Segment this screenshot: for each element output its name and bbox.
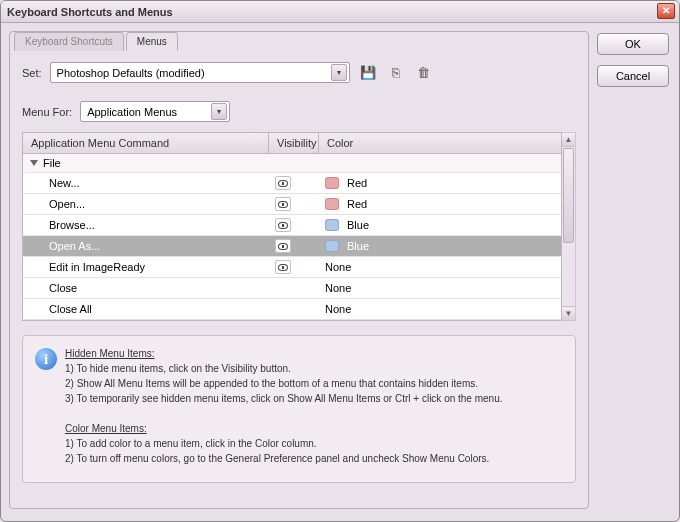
tab-label: Menus: [137, 36, 167, 47]
chevron-down-icon: ▾: [331, 64, 347, 81]
set-label: Set:: [22, 67, 42, 79]
visibility-eye-icon[interactable]: [275, 218, 291, 232]
cell-visibility[interactable]: [269, 176, 319, 190]
scroll-up-icon[interactable]: ▲: [562, 133, 575, 147]
cell-command: Open As...: [23, 240, 269, 252]
group-row-file[interactable]: File: [23, 154, 561, 173]
cell-command: New...: [23, 177, 269, 189]
cancel-button[interactable]: Cancel: [597, 65, 669, 87]
col-header-command[interactable]: Application Menu Command: [23, 133, 269, 153]
color-swatch-icon: [325, 219, 339, 231]
table-row[interactable]: Edit in ImageReadyNone: [23, 257, 561, 278]
color-name: Red: [347, 177, 367, 189]
disclosure-triangle-icon: [29, 158, 39, 168]
set-row: Set: Photoshop Defaults (modified) ▾ 💾 ⎘…: [22, 62, 576, 83]
info-line: 1) To hide menu items, click on the Visi…: [65, 361, 563, 376]
table-row[interactable]: New...Red: [23, 173, 561, 194]
cell-command: Close: [23, 282, 269, 294]
scroll-thumb[interactable]: [563, 148, 574, 243]
hidden-items-heading: Hidden Menu Items:: [65, 346, 563, 361]
delete-set-icon[interactable]: 🗑: [414, 63, 434, 83]
visibility-eye-icon[interactable]: [275, 176, 291, 190]
tab-content: Set: Photoshop Defaults (modified) ▾ 💾 ⎘…: [10, 52, 588, 508]
cell-color[interactable]: Blue: [319, 219, 561, 231]
color-swatch-icon: [325, 198, 339, 210]
color-name: Blue: [347, 240, 369, 252]
color-name: None: [325, 303, 351, 315]
svg-marker-0: [30, 160, 38, 166]
vertical-scrollbar[interactable]: ▲ ▼: [562, 132, 576, 321]
table-row[interactable]: Close AllNone: [23, 299, 561, 320]
main-panel: Keyboard Shortcuts Menus Set: Photoshop …: [9, 31, 589, 509]
tabstrip: Keyboard Shortcuts Menus: [14, 31, 178, 50]
info-line: 3) To temporarily see hidden menu items,…: [65, 391, 563, 406]
menu-for-label: Menu For:: [22, 106, 72, 118]
ok-button[interactable]: OK: [597, 33, 669, 55]
set-value: Photoshop Defaults (modified): [57, 67, 205, 79]
cell-visibility[interactable]: [269, 260, 319, 274]
cell-visibility[interactable]: [269, 218, 319, 232]
cell-color[interactable]: Red: [319, 198, 561, 210]
cell-command: Edit in ImageReady: [23, 261, 269, 273]
titlebar: Keyboard Shortcuts and Menus ✕: [1, 1, 679, 23]
cell-color[interactable]: Blue: [319, 240, 561, 252]
tab-keyboard-shortcuts[interactable]: Keyboard Shortcuts: [14, 32, 124, 51]
cell-color[interactable]: None: [319, 303, 561, 315]
cell-command: Open...: [23, 198, 269, 210]
dialog-window: Keyboard Shortcuts and Menus ✕ OK Cancel…: [0, 0, 680, 522]
color-swatch-icon: [325, 240, 339, 252]
color-items-heading: Color Menu Items:: [65, 421, 563, 436]
chevron-down-icon: ▾: [211, 103, 227, 120]
save-set-icon[interactable]: 💾: [358, 63, 378, 83]
tab-menus[interactable]: Menus: [126, 32, 178, 51]
cell-color[interactable]: None: [319, 282, 561, 294]
color-name: Red: [347, 198, 367, 210]
table-row[interactable]: Open As...Blue: [23, 236, 561, 257]
menu-for-select[interactable]: Application Menus ▾: [80, 101, 230, 122]
cell-command: Browse...: [23, 219, 269, 231]
cell-visibility[interactable]: [269, 239, 319, 253]
menu-for-row: Menu For: Application Menus ▾: [22, 101, 576, 122]
table-row[interactable]: CloseNone: [23, 278, 561, 299]
save-set-as-icon[interactable]: ⎘: [386, 63, 406, 83]
dialog-buttons: OK Cancel: [597, 33, 669, 87]
cancel-label: Cancel: [616, 70, 650, 82]
info-line: 2) Show All Menu Items will be appended …: [65, 376, 563, 391]
cell-color[interactable]: Red: [319, 177, 561, 189]
cell-color[interactable]: None: [319, 261, 561, 273]
scroll-track[interactable]: [562, 147, 575, 306]
color-name: None: [325, 282, 351, 294]
tab-label: Keyboard Shortcuts: [25, 36, 113, 47]
info-text: Hidden Menu Items: 1) To hide menu items…: [65, 346, 563, 466]
cell-visibility[interactable]: [269, 197, 319, 211]
grid-body: File New...RedOpen...RedBrowse...BlueOpe…: [22, 154, 562, 321]
table-row[interactable]: Browse...Blue: [23, 215, 561, 236]
visibility-eye-icon[interactable]: [275, 197, 291, 211]
cell-command: Close All: [23, 303, 269, 315]
menu-for-value: Application Menus: [87, 106, 177, 118]
grid-header: Application Menu Command Visibility Colo…: [22, 132, 562, 154]
dialog-title: Keyboard Shortcuts and Menus: [7, 6, 173, 18]
info-icon: i: [35, 348, 57, 370]
set-select[interactable]: Photoshop Defaults (modified) ▾: [50, 62, 350, 83]
col-header-visibility[interactable]: Visibility: [269, 133, 319, 153]
color-name: Blue: [347, 219, 369, 231]
dialog-body: OK Cancel Keyboard Shortcuts Menus Set: …: [1, 23, 679, 521]
visibility-eye-icon[interactable]: [275, 260, 291, 274]
table-row[interactable]: Open...Red: [23, 194, 561, 215]
close-icon[interactable]: ✕: [657, 3, 675, 19]
color-name: None: [325, 261, 351, 273]
color-swatch-icon: [325, 177, 339, 189]
ok-label: OK: [625, 38, 641, 50]
group-label: File: [43, 157, 61, 169]
visibility-eye-icon[interactable]: [275, 239, 291, 253]
info-line: 2) To turn off menu colors, go to the Ge…: [65, 451, 563, 466]
info-panel: i Hidden Menu Items: 1) To hide menu ite…: [22, 335, 576, 483]
info-line: 1) To add color to a menu item, click in…: [65, 436, 563, 451]
menu-grid: Application Menu Command Visibility Colo…: [22, 132, 576, 321]
scroll-down-icon[interactable]: ▼: [562, 306, 575, 320]
col-header-color[interactable]: Color: [319, 133, 561, 153]
